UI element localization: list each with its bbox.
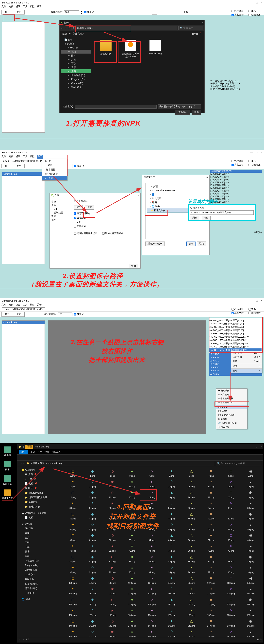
mi-deselect[interactable]: 全部取消Ctrl+F [231, 355, 262, 359]
file-item[interactable]: ○104.png [143, 575, 161, 584]
menu-view[interactable]: 视图 [16, 303, 20, 308]
scale-input[interactable]: 100 [64, 10, 79, 14]
menu-about[interactable]: 关于 [37, 5, 42, 9]
file-item[interactable]: ◆121.png [83, 596, 102, 606]
manage-tab[interactable]: 管理 [25, 445, 33, 448]
menu-model[interactable]: 模型 [30, 155, 35, 159]
menu-view[interactable]: 视图 [16, 155, 20, 159]
file-item[interactable]: ■107.png [202, 575, 220, 584]
menu-file[interactable]: 文件 [2, 5, 6, 9]
tree-item[interactable]: ›▭桌面 [61, 69, 91, 73]
file-item[interactable]: ♢75.png [162, 543, 181, 552]
file-item[interactable]: ◻120.png [64, 596, 82, 606]
file-item[interactable]: ☆133.png [123, 607, 141, 616]
file-item[interactable]: ♢135.png [162, 607, 181, 616]
file-item[interactable]: ☆93.png [123, 564, 141, 574]
file-item[interactable]: ▲65.png [162, 532, 181, 541]
file-item[interactable]: ♦134.png [143, 607, 161, 616]
chk-popup[interactable]: 提取贴图时弹出提示 [74, 232, 97, 235]
file-item[interactable]: ✦150.png [64, 629, 82, 637]
filename-input[interactable] [75, 105, 157, 108]
file-item[interactable]: ◉9.png [241, 468, 260, 477]
tree-item[interactable]: ›▭图片 [61, 54, 91, 58]
file-item[interactable]: ▪36.png [182, 500, 201, 509]
file-item[interactable]: ♢15.png [162, 479, 181, 488]
tree-item[interactable]: Program (D:) [18, 563, 59, 568]
filter-select[interactable]: 受支持的格式 (*.img;*.npk;*.ogg;...) [158, 104, 201, 109]
tree-item[interactable]: 🖥桌面 [147, 184, 205, 188]
file-item[interactable]: ★112.png [103, 586, 121, 595]
file-item[interactable]: ✧91.png [83, 564, 102, 574]
file-item[interactable]: ⬥19.png [241, 479, 260, 488]
cancel-button[interactable]: 取消 [129, 264, 138, 268]
file-item[interactable]: △146.png [182, 618, 201, 627]
file-item[interactable]: ✦90.png [64, 564, 82, 574]
pixelate-check[interactable]: 像素化 [74, 164, 84, 168]
tree-item[interactable]: 视频工程 [18, 577, 59, 582]
more-button[interactable]: 更多▾ [180, 10, 194, 14]
file-item[interactable]: ✦30.png [64, 500, 82, 509]
file-item[interactable]: □8.png [222, 468, 240, 477]
file-item[interactable]: ■47.png [202, 511, 220, 520]
tree-item[interactable]: 工作 (K:) [18, 590, 59, 595]
file-item[interactable]: ●143.png [123, 618, 141, 627]
tab-share[interactable]: 共享 [38, 450, 42, 454]
linear-check[interactable]: 线性减淡 [231, 10, 243, 13]
menu-tool[interactable]: 工具 [23, 155, 27, 159]
menu-tool[interactable]: 工具 [23, 303, 27, 308]
file-item[interactable]: ▪56.png [182, 522, 201, 531]
file-item[interactable]: ▪116.png [182, 586, 201, 595]
file-item[interactable]: ●123.png [123, 596, 141, 606]
minimize-icon[interactable]: — [250, 299, 253, 302]
file-item[interactable]: ✦110.png [64, 586, 82, 595]
file-item[interactable]: △6.png [182, 468, 201, 477]
tree-item[interactable]: 3D 对象 [18, 526, 59, 531]
file-item[interactable]: ▫137.png [202, 607, 220, 616]
file-item[interactable]: ♢155.png [162, 629, 181, 637]
file-item[interactable]: ⬥59.png [241, 522, 260, 531]
file-item[interactable]: ◻140.png [64, 618, 82, 627]
tree-item[interactable]: 插件 [51, 218, 69, 222]
file-item[interactable]: ◇62.png [103, 532, 121, 541]
file-item[interactable]: ◊98.png [222, 564, 240, 574]
file-list-item[interactable]: iconmark.img [2, 172, 45, 176]
file-item[interactable]: ✦130.png [64, 607, 82, 616]
file-item[interactable]: ▪76.png [182, 543, 201, 552]
tab[interactable]: sktop\「活动物品角标-编辑后版本.NPK [2, 308, 45, 311]
file-item[interactable]: ✦70.png [64, 543, 82, 552]
close-icon[interactable]: × [260, 445, 262, 448]
file-item[interactable]: ◉29.png [241, 490, 260, 498]
file-item[interactable]: ▪136.png [182, 607, 201, 616]
file-item[interactable]: ★72.png [103, 543, 121, 552]
tree-item[interactable]: ›▭本地磁盘 (C:) [61, 73, 91, 77]
menu-file[interactable]: 文件 [2, 303, 6, 308]
file-item[interactable]: ⬥119.png [241, 586, 260, 595]
view-icons[interactable]: ▦ ▾ ▦ ❓ [192, 32, 202, 35]
close-icon[interactable]: × [202, 22, 203, 24]
maximize-icon[interactable]: □ [256, 1, 258, 4]
up-icon[interactable]: ↑ [23, 462, 24, 465]
tree-item[interactable]: 📁 新建时针 [18, 500, 59, 504]
tree-item[interactable]: ›▭Program (D:) [61, 77, 91, 81]
file-item[interactable]: △126.png [182, 596, 201, 606]
file-item[interactable]: ▲145.png [162, 618, 181, 627]
menu-edit[interactable]: 编辑 [9, 155, 13, 159]
tab-pic[interactable]: 图片工具 [52, 450, 61, 454]
menu-about[interactable]: 关于 [37, 303, 42, 308]
open-button[interactable]: 打开 [2, 10, 13, 14]
file-item[interactable]: ●63.png [123, 532, 141, 541]
tab-view[interactable]: 查看 [45, 450, 49, 454]
tree-item[interactable]: ›▭下载 [61, 62, 91, 66]
file-item[interactable]: ◇102.png [103, 575, 121, 584]
tree-item[interactable]: › 👤 [147, 192, 205, 196]
file-item[interactable]: ■7.png [202, 468, 220, 477]
file-item[interactable]: ◉129.png [241, 596, 260, 606]
file-item[interactable]: ▫57.png [202, 522, 220, 531]
chk-realcoord[interactable]: 真实坐标 [74, 225, 138, 228]
file-item[interactable]: ▲85.png [162, 554, 181, 563]
file-item[interactable]: □108.png [222, 575, 240, 584]
back-icon[interactable]: ‹ [19, 462, 20, 465]
color-swatch[interactable] [152, 10, 157, 15]
file-item[interactable]: □128.png [222, 596, 240, 606]
file-item[interactable]: ▲105.png [162, 575, 181, 584]
